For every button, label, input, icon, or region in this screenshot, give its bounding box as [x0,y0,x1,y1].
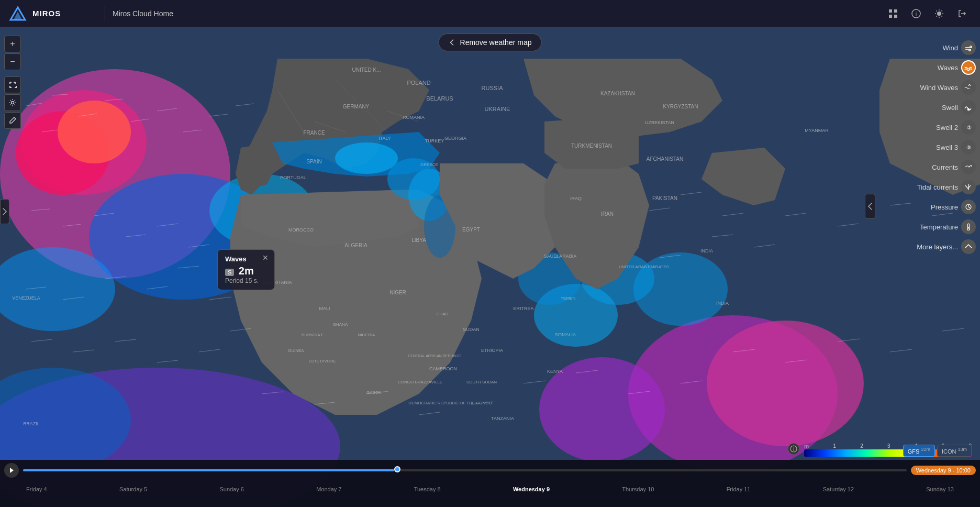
timeline-dates: Friday 4 Saturday 5 Sunday 6 Monday 7 Tu… [0,481,980,498]
current-time-label[interactable]: Wednesday 9 - 10:00 [911,466,976,475]
svg-text:COTE D'IVOIRE: COTE D'IVOIRE [309,359,336,363]
back-arrow-icon [449,39,456,46]
left-toolbar: + − [4,36,21,129]
svg-text:NIGER: NIGER [389,290,406,295]
layer-swell[interactable]: Swell [865,97,980,117]
layer-temperature[interactable]: Temperature [865,217,980,237]
model-icon-badge[interactable]: ICON 13m [937,445,972,457]
svg-text:POLAND: POLAND [407,80,430,86]
fit-button[interactable] [4,76,21,93]
left-expand-button[interactable] [0,199,9,224]
layer-waves-label: Waves [938,64,958,72]
swell2-icon: ② [961,120,976,135]
svg-rect-3 [894,9,897,13]
timeline-track[interactable] [23,469,907,471]
timeline-bar: Wednesday 9 - 10:00 Friday 4 Saturday 5 … [0,460,980,507]
expand-right-icon [2,207,7,216]
date-sunday-6[interactable]: Sunday 6 [219,486,243,492]
layers-panel: Wind Waves Wind Waves Swell [865,27,980,460]
svg-line-16 [936,16,937,16]
svg-text:UNITED ARAB EMIRATES: UNITED ARAB EMIRATES [619,264,669,269]
model-badges: GFS 22m ICON 13m [903,445,972,457]
zoom-out-button[interactable]: − [4,53,21,70]
svg-text:BRAZIL: BRAZIL [23,421,40,426]
svg-text:SOMALIA: SOMALIA [555,332,576,337]
popup-badge: S [225,269,234,276]
svg-text:MYANMAR: MYANMAR [805,128,829,133]
svg-text:CONGO BRAZZAVILLE: CONGO BRAZZAVILLE [398,380,442,384]
more-layers-icon [961,239,976,254]
layer-pressure[interactable]: Pressure [865,197,980,217]
layer-wind[interactable]: Wind [865,38,980,58]
popup-close-button[interactable]: ✕ [261,253,270,262]
svg-text:INDIA: INDIA [700,248,713,253]
svg-point-8 [937,12,941,16]
svg-text:ROMANIA: ROMANIA [403,115,425,120]
svg-text:ERITREA: ERITREA [513,306,533,311]
temperature-icon [961,219,976,234]
date-wednesday-9[interactable]: Wednesday 9 [513,486,550,492]
grid-icon-btn[interactable] [884,4,903,23]
settings-button[interactable] [4,94,21,111]
map-container[interactable]: POLAND UNITED K... BELARUS RUSSIA GERMAN… [0,27,980,507]
layer-currents[interactable]: Currents [865,157,980,177]
layer-wind-label: Wind [942,44,958,52]
svg-text:YEMEN: YEMEN [561,296,576,301]
svg-text:MOROCCO: MOROCCO [288,227,314,233]
svg-text:CENTRAL AFRICAN REPUBLIC: CENTRAL AFRICAN REPUBLIC [408,354,461,358]
layer-pressure-label: Pressure [931,203,958,211]
play-button[interactable] [4,463,19,478]
date-monday-7[interactable]: Monday 7 [316,486,341,492]
date-friday-11[interactable]: Friday 11 [727,486,751,492]
brightness-icon-btn[interactable] [930,4,949,23]
svg-marker-169 [10,468,14,473]
svg-text:CHAD: CHAD [437,312,449,316]
svg-text:SUDAN: SUDAN [463,327,480,332]
swell-icon [961,100,976,115]
svg-text:DEMOCRATIC REPUBLIC OF THE CON: DEMOCRATIC REPUBLIC OF THE CONGO [408,401,492,405]
svg-rect-2 [889,9,892,13]
date-friday-4[interactable]: Friday 4 [26,486,47,492]
timeline-marker [394,466,400,472]
edit-button[interactable] [4,112,21,129]
layer-swell-3[interactable]: Swell 3 ③ [865,137,980,157]
info-icon: i [911,8,921,19]
svg-text:GABON: GABON [366,390,382,395]
svg-text:BURKINA F...: BURKINA F... [302,333,327,337]
svg-text:PORTUGAL: PORTUGAL [280,175,306,180]
date-thursday-10[interactable]: Thursday 10 [622,486,654,492]
date-tuesday-8[interactable]: Tuesday 8 [414,486,441,492]
fit-icon [8,81,17,89]
layer-swell-2[interactable]: Swell 2 ② [865,117,980,137]
date-sunday-13[interactable]: Sunday 13 [926,486,954,492]
info-icon-btn[interactable]: i [907,4,926,23]
svg-text:RUSSIA: RUSSIA [482,85,504,91]
layer-tidal[interactable]: Tidal currents [865,177,980,197]
logo-area: MIROS [0,4,105,23]
svg-text:GHANA: GHANA [333,322,348,327]
svg-text:KAZAKHSTAN: KAZAKHSTAN [600,91,635,96]
layer-more-label: More layers... [917,243,958,251]
date-saturday-12[interactable]: Saturday 12 [823,486,854,492]
layer-wind-waves[interactable]: Wind Waves [865,78,980,97]
svg-point-160 [968,109,970,111]
zoom-in-button[interactable]: + [4,36,21,52]
wind-waves-icon [961,80,976,95]
legend-info-button[interactable]: i [788,443,799,455]
remove-weather-tooltip[interactable]: Remove weather map [439,34,542,51]
legend-val-3: 3 [887,443,890,449]
date-saturday-5[interactable]: Saturday 5 [119,486,147,492]
logout-icon [957,8,967,19]
timeline-controls: Wednesday 9 - 10:00 [0,460,980,481]
svg-text:CAMEROON: CAMEROON [429,366,457,371]
model-gfs-badge[interactable]: GFS 22m [903,445,935,457]
collapse-icon [867,202,873,211]
svg-point-25 [335,142,398,174]
logout-icon-btn[interactable] [953,4,972,23]
svg-text:NIGERIA: NIGERIA [358,333,376,337]
svg-text:GREECE: GREECE [420,162,438,167]
layer-waves[interactable]: Waves [865,58,980,78]
layer-more[interactable]: More layers... [865,237,980,257]
tidal-icon [961,180,976,194]
right-collapse-button[interactable] [865,194,875,219]
